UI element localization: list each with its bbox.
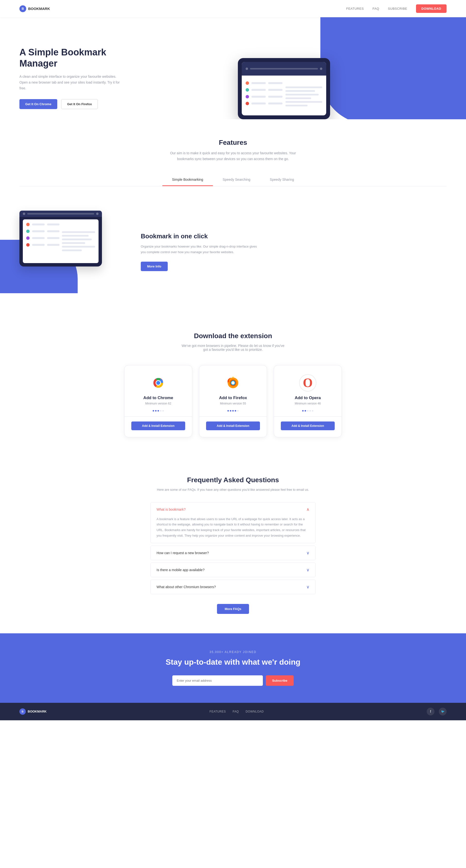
features-subtitle: Our aim is to make it quick and easy for… [170,150,296,162]
faq-answer-0: A bookmark is a feature that allows user… [151,517,315,543]
faq-list: What is bookmark? ∧ A bookmark is a feat… [151,502,315,594]
footer-logo-text: BOOKMARK [28,710,46,713]
feat-line-4 [47,230,60,232]
twitter-icon[interactable]: 🐦 [439,708,446,715]
feat-left-panel [26,223,60,260]
r-line-4 [286,97,311,99]
nav-subscribe[interactable]: SUBSCRIBE [388,7,407,10]
subscribe-tag: 35,000+ ALREADY JOINED [20,650,446,654]
faq-question-1[interactable]: How can I request a new browser? ∨ [151,546,315,560]
features-section: Features Our aim is to make it quick and… [0,119,466,211]
chrome-card: Add to Chrome Minimum version 62 Add & I… [124,365,192,437]
nav-links: FEATURES FAQ SUBSCRIBE DOWNLOAD [346,4,446,13]
get-firefox-button[interactable]: Get It On Firefox [61,99,98,109]
chrome-dots [131,410,185,411]
nav-faq[interactable]: FAQ [372,7,379,10]
feat-r-line-5 [62,246,95,248]
faq-chevron-down-1: ∨ [306,550,309,556]
more-info-button[interactable]: More Info [141,261,168,271]
firefox-version: Minimum version 55 [206,402,260,405]
feat-r-line-2 [62,235,89,237]
chrome-name: Add to Chrome [131,396,185,400]
footer-logo-icon: B [20,708,26,715]
feat-tb-dot-1 [23,213,25,215]
subscribe-email-input[interactable] [172,675,263,686]
feat-line-1 [32,223,45,225]
opera-install-button[interactable]: Add & Install Extension [281,422,335,430]
hero-bg-shape [321,17,466,119]
line-3 [252,89,266,91]
faq-item-3: What about other Chromium browsers? ∨ [151,580,315,594]
subscribe-form: Subscribe [172,675,294,686]
faq-q2-text: Is there a mobile app available? [157,568,205,572]
feature-detail-text: Organize your bookmarks however you like… [141,244,257,255]
tab-speedy-searching[interactable]: Speedy Searching [213,174,260,186]
feat-line-5 [32,237,45,239]
navbar: B BOOKMARK FEATURES FAQ SUBSCRIBE DOWNLO… [0,0,466,17]
footer-faq-link[interactable]: FAQ [233,710,239,713]
tab-simple-bookmarking[interactable]: Simple Bookmarking [162,174,213,186]
opera-name: Add to Opera [281,396,335,400]
hero-tablet-mockup [238,58,330,119]
features-title: Features [20,139,446,147]
feat-r-line-3 [62,239,92,240]
hero-buttons: Get It On Chrome Get It On Firefox [20,99,121,109]
facebook-icon[interactable]: f [427,708,434,715]
firefox-install-button[interactable]: Add & Install Extension [206,422,260,430]
r-line-5 [286,101,322,103]
faq-item-2: Is there a mobile app available? ∨ [151,563,315,577]
nav-logo[interactable]: B BOOKMARK [20,5,50,12]
faq-section: Frequently Asked Questions Here are some… [0,457,466,633]
get-chrome-button[interactable]: Get It On Chrome [20,99,57,109]
line-1 [252,82,266,84]
r-line-1 [286,87,322,88]
footer-links: FEATURES FAQ DOWNLOAD [209,710,264,713]
line-5 [252,96,266,98]
dot-orange [245,82,249,85]
subscribe-title: Stay up-to-date with what we'r doing [20,658,446,666]
svg-point-9 [231,381,235,384]
tablet-right-panel [286,82,322,112]
feature-mockup [20,211,102,267]
faq-q3-text: What about other Chromium browsers? [157,585,216,589]
footer-features-link[interactable]: FEATURES [209,710,226,713]
hero-text-area: A Simple Bookmark Manager A clean and si… [20,47,121,109]
footer-logo[interactable]: B BOOKMARK [20,708,46,715]
feature-tabs: Simple Bookmarking Speedy Searching Spee… [20,174,446,186]
subscribe-button[interactable]: Subscribe [266,675,294,686]
line-6 [268,96,282,98]
faq-question-2[interactable]: Is there a mobile app available? ∨ [151,563,315,577]
hero-image-area [121,37,446,119]
firefox-dots [206,410,260,411]
firefox-card: Add to Firefox Minimum version 55 Add & … [199,365,267,437]
chrome-icon [149,374,167,392]
feature-mockup-area [20,211,121,293]
download-section: Download the extension We've got more br… [0,313,466,457]
tablet-screen [242,62,326,115]
faq-question-3[interactable]: What about other Chromium browsers? ∨ [151,580,315,594]
line-8 [268,102,282,104]
download-subtitle: We've got more browsers in pipeline. Ple… [179,344,287,351]
feat-r-line-1 [62,231,95,233]
feat-dot-red [26,243,30,247]
feat-line-6 [47,237,60,239]
chrome-install-button[interactable]: Add & Install Extension [131,422,185,430]
footer-download-link[interactable]: DOWNLOAD [245,710,264,713]
browser-cards: Add to Chrome Minimum version 62 Add & I… [20,365,446,437]
opera-dots [281,410,335,411]
hero-section: A Simple Bookmark Manager A clean and si… [0,17,466,119]
feat-line-2 [47,223,60,225]
opera-card: O Add to Opera Minimum version 46 Add & … [274,365,342,437]
feat-r-line-4 [62,242,85,244]
footer-socials: f 🐦 [427,708,446,715]
feat-screen [23,219,99,263]
faq-question-0[interactable]: What is bookmark? ∧ [151,502,315,517]
nav-download-button[interactable]: DOWNLOAD [416,4,446,13]
feat-tb-line [27,213,94,215]
more-faqs-button[interactable]: More FAQs [217,604,249,614]
chrome-version: Minimum version 62 [131,402,185,405]
feat-right-panel [62,223,95,260]
nav-features[interactable]: FEATURES [346,7,364,10]
hero-title: A Simple Bookmark Manager [20,47,121,69]
tab-speedy-sharing[interactable]: Speedy Sharing [260,174,304,186]
